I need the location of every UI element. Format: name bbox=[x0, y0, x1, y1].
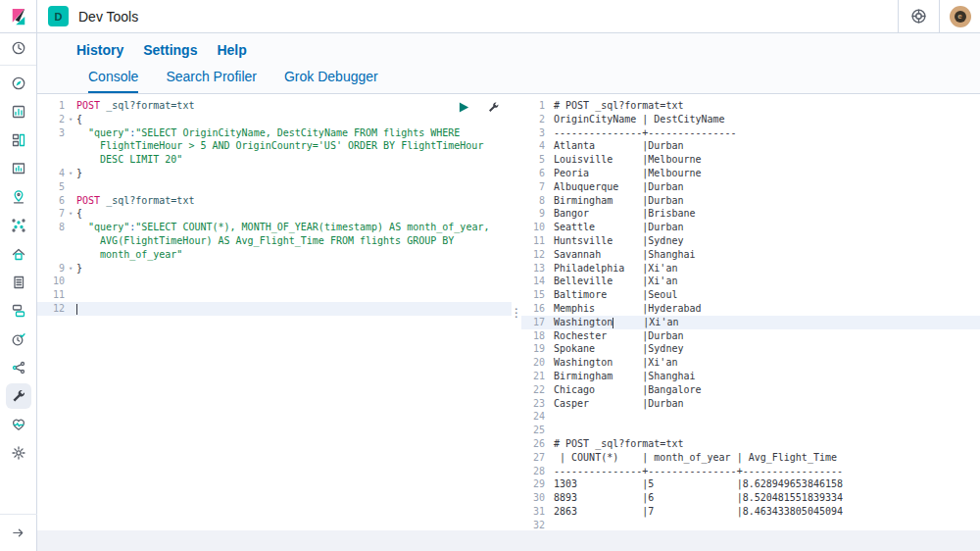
code-line[interactable]: 11Huntsville |Sydney bbox=[521, 234, 980, 248]
code-line[interactable]: 11 bbox=[37, 288, 512, 302]
code-line[interactable]: 16Memphis |Hyderabad bbox=[521, 302, 980, 316]
code-line[interactable]: DESC LIMIT 20" bbox=[37, 153, 512, 167]
line-number: 21 bbox=[521, 370, 545, 383]
menu-help[interactable]: Help bbox=[217, 42, 246, 58]
code-text: POST _sql?format=txt bbox=[76, 194, 512, 208]
kibana-logo-icon bbox=[9, 7, 28, 26]
code-line[interactable]: 5 bbox=[37, 180, 512, 194]
request-editor[interactable]: 1POST _sql?format=txt2▾{3 "query":"SELEC… bbox=[37, 94, 512, 531]
sidebar-item-visualize[interactable] bbox=[0, 97, 36, 125]
sidebar-item-apm[interactable] bbox=[0, 296, 36, 325]
sidebar-item-metrics[interactable] bbox=[0, 239, 36, 268]
code-line[interactable]: 6POST _sql?format=txt bbox=[37, 194, 512, 208]
tab-grok-debugger[interactable]: Grok Debugger bbox=[284, 62, 378, 93]
line-number: 1 bbox=[521, 99, 545, 113]
code-line[interactable]: 7Albuquerque |Durban bbox=[521, 180, 980, 194]
code-line[interactable]: 27 | COUNT(*) | month_of_year | Avg_Flig… bbox=[521, 451, 980, 465]
code-line[interactable]: 13Philadelphia |Xi'an bbox=[521, 262, 980, 276]
tab-search-profiler[interactable]: Search Profiler bbox=[166, 62, 257, 93]
collapse-nav-button[interactable] bbox=[0, 514, 37, 551]
sidebar-item-management[interactable] bbox=[0, 438, 36, 467]
code-line[interactable]: 28---------------+---------------+------… bbox=[521, 465, 980, 478]
response-output[interactable]: 1# POST _sql?format=txt2OriginCityName |… bbox=[521, 94, 980, 531]
sidebar-item-logs[interactable] bbox=[0, 268, 36, 296]
sidebar-item-dev-tools[interactable] bbox=[0, 381, 36, 410]
user-menu-button[interactable]: e bbox=[939, 0, 980, 32]
code-line[interactable]: 1POST _sql?format=txt bbox=[37, 99, 512, 113]
menu-history[interactable]: History bbox=[76, 42, 123, 58]
sidebar-item-uptime[interactable] bbox=[0, 325, 36, 353]
code-line[interactable]: 26# POST _sql?format=txt bbox=[521, 437, 980, 451]
line-number: 24 bbox=[521, 410, 545, 424]
code-line[interactable]: 8Birmingham |Durban bbox=[521, 194, 980, 208]
menu-settings[interactable]: Settings bbox=[143, 42, 197, 58]
code-line[interactable]: 308893 |6 |8.520481551839334 bbox=[521, 491, 980, 505]
code-line[interactable]: 19Spokane |Sydney bbox=[521, 342, 980, 356]
code-line[interactable]: 14Belleville |Xi'an bbox=[521, 275, 980, 288]
sidebar-item-dashboard[interactable] bbox=[0, 125, 36, 154]
code-line[interactable]: AVG(FlightTimeHour) AS Avg_Flight_Time F… bbox=[37, 234, 512, 248]
code-line[interactable]: 312863 |7 |8.463433805045094 bbox=[521, 505, 980, 519]
kibana-logo[interactable] bbox=[0, 0, 37, 32]
code-line[interactable]: 9▾} bbox=[37, 262, 512, 276]
sidebar-item-stack-monitoring[interactable] bbox=[0, 410, 36, 438]
code-text: Birmingham |Durban bbox=[554, 194, 980, 208]
request-options-wrench-icon[interactable] bbox=[487, 101, 500, 114]
code-line[interactable]: 4▾} bbox=[37, 167, 512, 180]
code-line[interactable]: 3 "query":"SELECT OriginCityName, DestCi… bbox=[37, 126, 512, 140]
code-line[interactable]: 291303 |5 |8.628949653846158 bbox=[521, 477, 980, 491]
logs-icon bbox=[11, 275, 26, 290]
code-line[interactable]: 25 bbox=[521, 424, 980, 437]
fold-spacer bbox=[65, 99, 76, 113]
code-text: Savannah |Shanghai bbox=[554, 248, 980, 262]
code-line[interactable]: 2▾{ bbox=[37, 113, 512, 126]
code-text: 1303 |5 |8.628949653846158 bbox=[554, 477, 980, 491]
console-panes: 1POST _sql?format=txt2▾{3 "query":"SELEC… bbox=[37, 94, 980, 531]
code-line[interactable]: 15Baltimore |Seoul bbox=[521, 288, 980, 302]
fold-spacer bbox=[545, 437, 554, 451]
code-line[interactable]: 23Casper |Durban bbox=[521, 397, 980, 411]
sidebar-item-siem[interactable] bbox=[0, 353, 36, 381]
line-number: 1 bbox=[37, 99, 65, 113]
code-line[interactable]: 24 bbox=[521, 410, 980, 424]
recently-viewed-button[interactable] bbox=[0, 33, 36, 62]
fold-toggle-icon[interactable]: ▾ bbox=[65, 207, 76, 221]
code-line[interactable]: 17Washington |Xi'an bbox=[521, 316, 980, 329]
pane-resize-handle[interactable]: ⋮ bbox=[512, 94, 521, 531]
code-line[interactable]: 5Louisville |Melbourne bbox=[521, 153, 980, 167]
code-line[interactable]: 9Bangor |Brisbane bbox=[521, 207, 980, 221]
code-line[interactable]: 21Birmingham |Shanghai bbox=[521, 370, 980, 383]
code-line[interactable]: 10 bbox=[37, 275, 512, 288]
code-line[interactable]: month_of_year" bbox=[37, 248, 512, 262]
sidebar-item-discover[interactable] bbox=[0, 69, 36, 97]
line-number: 6 bbox=[521, 167, 545, 180]
code-line[interactable]: 20Washington |Xi'an bbox=[521, 356, 980, 370]
uptime-icon bbox=[11, 331, 26, 347]
code-line[interactable]: 12Savannah |Shanghai bbox=[521, 248, 980, 262]
help-button[interactable] bbox=[898, 0, 939, 32]
code-line[interactable]: 3---------------+--------------- bbox=[521, 126, 980, 140]
tab-console[interactable]: Console bbox=[88, 62, 138, 93]
fold-toggle-icon[interactable]: ▾ bbox=[65, 262, 76, 276]
fold-spacer bbox=[545, 113, 554, 126]
code-line[interactable]: FlightTimeHour > 5 AND OriginCountry='US… bbox=[37, 139, 512, 153]
code-line[interactable]: 1# POST _sql?format=txt bbox=[521, 99, 980, 113]
code-line[interactable]: 7▾{ bbox=[37, 207, 512, 221]
code-line[interactable]: 6Peoria |Melbourne bbox=[521, 167, 980, 180]
send-request-button play-icon[interactable] bbox=[458, 101, 470, 114]
line-number: 2 bbox=[37, 113, 65, 126]
fold-toggle-icon[interactable]: ▾ bbox=[65, 113, 76, 126]
code-line[interactable]: 22Chicago |Bangalore bbox=[521, 383, 980, 397]
code-line[interactable]: 18Rochester |Durban bbox=[521, 329, 980, 343]
code-line[interactable]: 10Seattle |Durban bbox=[521, 221, 980, 234]
sidebar-item-canvas[interactable] bbox=[0, 154, 36, 182]
code-line[interactable]: 32 bbox=[521, 519, 980, 531]
code-line[interactable]: 4Atlanta |Durban bbox=[521, 139, 980, 153]
code-line[interactable]: 2OriginCityName | DestCityName bbox=[521, 113, 980, 126]
sidebar-item-maps[interactable] bbox=[0, 182, 36, 211]
code-line[interactable]: 8 "query":"SELECT COUNT(*), MONTH_OF_YEA… bbox=[37, 221, 512, 234]
line-number: 4 bbox=[521, 139, 545, 153]
sidebar-item-machine-learning[interactable] bbox=[0, 211, 36, 239]
code-line[interactable]: 12 bbox=[37, 302, 512, 316]
fold-toggle-icon[interactable]: ▾ bbox=[65, 167, 76, 180]
